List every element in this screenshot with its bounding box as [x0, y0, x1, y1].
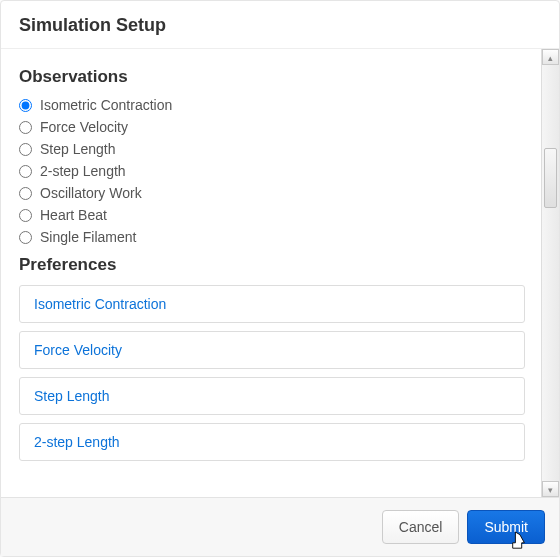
preference-label: 2-step Length — [34, 434, 120, 450]
observation-label: Heart Beat — [40, 207, 107, 223]
radio-icon[interactable] — [19, 165, 32, 178]
radio-icon[interactable] — [19, 209, 32, 222]
scroll-up-arrow-icon[interactable]: ▴ — [542, 49, 559, 65]
radio-icon[interactable] — [19, 143, 32, 156]
radio-icon[interactable] — [19, 99, 32, 112]
preference-label: Step Length — [34, 388, 110, 404]
preference-item-isometric-contraction[interactable]: Isometric Contraction — [19, 285, 525, 323]
radio-icon[interactable] — [19, 187, 32, 200]
observation-option-single-filament[interactable]: Single Filament — [19, 229, 525, 245]
preferences-heading: Preferences — [19, 255, 525, 275]
modal-body-wrap: Observations Isometric Contraction Force… — [1, 49, 559, 497]
radio-icon[interactable] — [19, 231, 32, 244]
observation-label: Step Length — [40, 141, 116, 157]
radio-icon[interactable] — [19, 121, 32, 134]
observation-option-2-step-length[interactable]: 2-step Length — [19, 163, 525, 179]
observation-option-step-length[interactable]: Step Length — [19, 141, 525, 157]
scroll-down-arrow-icon[interactable]: ▾ — [542, 481, 559, 497]
cancel-button[interactable]: Cancel — [382, 510, 460, 544]
observation-label: 2-step Length — [40, 163, 126, 179]
scroll-thumb[interactable] — [544, 148, 557, 208]
preference-item-step-length[interactable]: Step Length — [19, 377, 525, 415]
observation-label: Oscillatory Work — [40, 185, 142, 201]
observation-option-isometric-contraction[interactable]: Isometric Contraction — [19, 97, 525, 113]
modal-body: Observations Isometric Contraction Force… — [1, 49, 541, 497]
simulation-setup-modal: Simulation Setup Observations Isometric … — [0, 0, 560, 557]
observation-label: Single Filament — [40, 229, 137, 245]
observation-label: Isometric Contraction — [40, 97, 172, 113]
observations-heading: Observations — [19, 67, 525, 87]
observation-option-heart-beat[interactable]: Heart Beat — [19, 207, 525, 223]
preference-item-2-step-length[interactable]: 2-step Length — [19, 423, 525, 461]
preference-label: Force Velocity — [34, 342, 122, 358]
observation-label: Force Velocity — [40, 119, 128, 135]
preference-item-force-velocity[interactable]: Force Velocity — [19, 331, 525, 369]
vertical-scrollbar[interactable]: ▴ ▾ — [541, 49, 559, 497]
observation-option-oscillatory-work[interactable]: Oscillatory Work — [19, 185, 525, 201]
modal-title: Simulation Setup — [19, 15, 541, 36]
modal-footer: Cancel Submit — [1, 497, 559, 556]
modal-header: Simulation Setup — [1, 1, 559, 49]
observation-option-force-velocity[interactable]: Force Velocity — [19, 119, 525, 135]
submit-button[interactable]: Submit — [467, 510, 545, 544]
preference-label: Isometric Contraction — [34, 296, 166, 312]
